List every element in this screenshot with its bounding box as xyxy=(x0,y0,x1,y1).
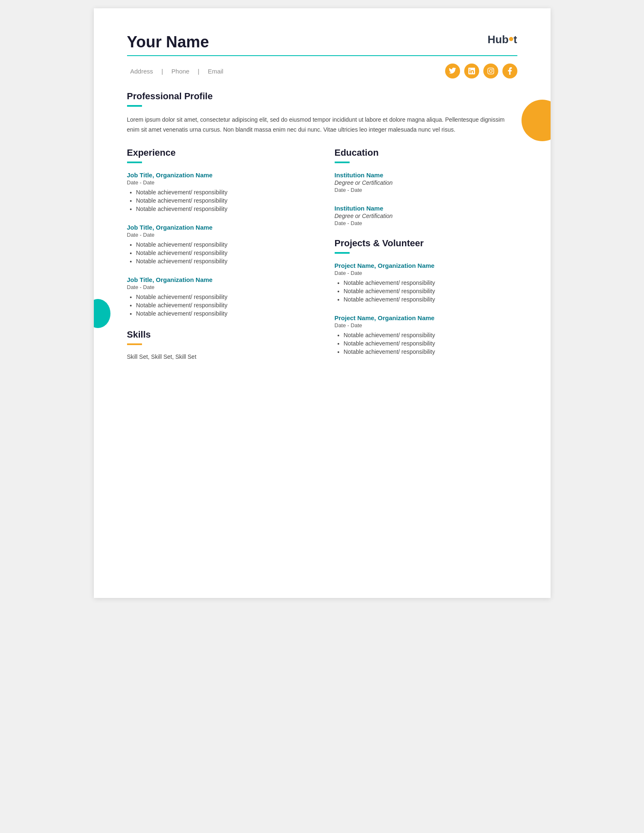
edu-date-1: Date - Date xyxy=(335,187,517,193)
header: Your Name Hubt xyxy=(127,33,517,51)
job-date-3: Date - Date xyxy=(127,284,310,290)
resume-page: Your Name Hubt Address | Phone | Email xyxy=(94,8,551,598)
instagram-icon[interactable] xyxy=(483,64,498,78)
projects-section: Projects & Volunteer Project Name, Organ… xyxy=(335,238,517,355)
social-icons xyxy=(445,64,517,78)
projects-underline xyxy=(335,252,350,254)
hubspot-logo: Hubt xyxy=(487,33,517,46)
job-bullets-1: Notable achievement/ responsibility Nota… xyxy=(127,189,310,212)
edu-institution-2: Institution Name xyxy=(335,205,517,212)
two-col-layout: Experience Job Title, Organization Name … xyxy=(127,147,517,367)
profile-body: Lorem ipsum dolor sit amet, consectetur … xyxy=(127,115,517,135)
job-date-1: Date - Date xyxy=(127,179,310,186)
job-bullets-3: Notable achievement/ responsibility Nota… xyxy=(127,294,310,317)
edu-institution-1: Institution Name xyxy=(335,172,517,179)
project-entry-1: Project Name, Organization Name Date - D… xyxy=(335,262,517,303)
job-title-2: Job Title, Organization Name xyxy=(127,224,310,231)
col-right: Education Institution Name Degree or Cer… xyxy=(335,147,517,367)
job-bullet-3-2: Notable achievement/ responsibility xyxy=(136,302,310,309)
address-label: Address xyxy=(130,68,153,75)
project-date-1: Date - Date xyxy=(335,270,517,276)
proj-bullet-1-2: Notable achievement/ responsibility xyxy=(344,288,517,294)
separator-1: | xyxy=(162,68,163,75)
proj-bullet-1-1: Notable achievement/ responsibility xyxy=(344,279,517,286)
profile-underline xyxy=(127,105,142,107)
deco-circle-yellow xyxy=(522,100,551,141)
job-bullet-2-3: Notable achievement/ responsibility xyxy=(136,258,310,265)
skills-underline xyxy=(127,343,142,345)
job-bullet-2-2: Notable achievement/ responsibility xyxy=(136,250,310,256)
project-date-2: Date - Date xyxy=(335,322,517,328)
skills-section-title: Skills xyxy=(127,329,310,340)
separator-2: | xyxy=(198,68,199,75)
job-entry-2: Job Title, Organization Name Date - Date… xyxy=(127,224,310,265)
edu-entry-1: Institution Name Degree or Certification… xyxy=(335,172,517,193)
header-divider xyxy=(127,55,517,56)
skills-body: Skill Set, Skill Set, Skill Set xyxy=(127,353,310,360)
skills-section: Skills Skill Set, Skill Set, Skill Set xyxy=(127,329,310,360)
resume-name: Your Name xyxy=(127,33,209,51)
project-title-2: Project Name, Organization Name xyxy=(335,314,517,321)
project-bullets-2: Notable achievement/ responsibility Nota… xyxy=(335,332,517,355)
facebook-icon[interactable] xyxy=(502,64,517,78)
deco-circle-teal xyxy=(94,299,110,328)
edu-degree-2: Degree or Certification xyxy=(335,213,517,219)
edu-degree-1: Degree or Certification xyxy=(335,179,517,186)
experience-section-title: Experience xyxy=(127,147,310,158)
job-bullets-2: Notable achievement/ responsibility Nota… xyxy=(127,241,310,265)
email-label: Email xyxy=(208,68,223,75)
job-title-1: Job Title, Organization Name xyxy=(127,172,310,179)
phone-label: Phone xyxy=(171,68,189,75)
job-date-2: Date - Date xyxy=(127,232,310,238)
job-bullet-2-1: Notable achievement/ responsibility xyxy=(136,241,310,248)
proj-bullet-1-3: Notable achievement/ responsibility xyxy=(344,296,517,303)
job-bullet-1-2: Notable achievement/ responsibility xyxy=(136,197,310,204)
education-section-title: Education xyxy=(335,147,517,158)
linkedin-icon[interactable] xyxy=(464,64,479,78)
edu-date-2: Date - Date xyxy=(335,220,517,226)
project-title-1: Project Name, Organization Name xyxy=(335,262,517,269)
job-bullet-3-1: Notable achievement/ responsibility xyxy=(136,294,310,300)
job-bullet-3-3: Notable achievement/ responsibility xyxy=(136,310,310,317)
twitter-icon[interactable] xyxy=(445,64,460,78)
job-title-3: Job Title, Organization Name xyxy=(127,276,310,283)
job-bullet-1-3: Notable achievement/ responsibility xyxy=(136,206,310,212)
proj-bullet-2-2: Notable achievement/ responsibility xyxy=(344,340,517,347)
edu-entry-2: Institution Name Degree or Certification… xyxy=(335,205,517,226)
proj-bullet-2-1: Notable achievement/ responsibility xyxy=(344,332,517,338)
profile-section-title: Professional Profile xyxy=(127,91,517,102)
experience-underline xyxy=(127,162,142,163)
contact-info: Address | Phone | Email xyxy=(127,68,227,75)
contact-row: Address | Phone | Email xyxy=(127,64,517,78)
job-entry-1: Job Title, Organization Name Date - Date… xyxy=(127,172,310,212)
projects-section-title: Projects & Volunteer xyxy=(335,238,517,249)
project-entry-2: Project Name, Organization Name Date - D… xyxy=(335,314,517,355)
job-entry-3: Job Title, Organization Name Date - Date… xyxy=(127,276,310,317)
hubspot-dot xyxy=(509,37,513,41)
job-bullet-1-1: Notable achievement/ responsibility xyxy=(136,189,310,196)
proj-bullet-2-3: Notable achievement/ responsibility xyxy=(344,348,517,355)
project-bullets-1: Notable achievement/ responsibility Nota… xyxy=(335,279,517,303)
col-left: Experience Job Title, Organization Name … xyxy=(127,147,310,367)
profile-section: Professional Profile Lorem ipsum dolor s… xyxy=(127,91,517,135)
education-underline xyxy=(335,162,350,163)
